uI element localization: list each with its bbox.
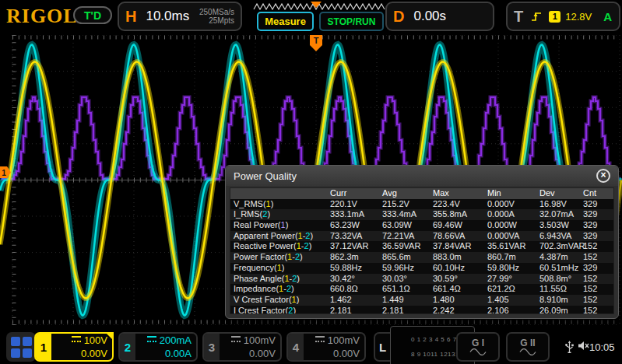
pq-cell: 30.03° [382,274,433,285]
trigger-position-marker[interactable]: T [310,35,322,51]
col-max: Max [433,188,487,199]
pq-cell: 2.181 [330,306,382,314]
generator1-label: G I [472,338,484,348]
table-header-row: Curr Avg Max Min Dev Cnt [230,188,613,199]
dc-coupling-icon [315,336,325,342]
col-min: Min [487,188,539,199]
dc-coupling-icon [231,336,241,342]
pq-cell: 37.12VAR [330,241,382,252]
channel-number: 3 [204,334,220,360]
panel-title: Power Quality [234,170,297,182]
pq-cell: 63.23W [330,220,382,231]
delay-block[interactable]: D 0.00s [385,2,494,31]
pq-cell: 660.8Ω [330,284,382,295]
pq-cell: 152 [583,252,614,263]
speaker-muted-icon[interactable] [578,341,589,351]
col-curr: Curr [330,188,382,199]
channel-box-3[interactable]: 3100mV0.00V [202,332,282,362]
memory-depth: 25Mpts [209,16,234,25]
pq-cell: 60.10Hz [433,263,487,274]
rigol-logo: RIGOL [6,5,78,28]
pq-row: Frequency(1)59.88Hz59.96Hz60.10Hz59.80Hz… [230,263,613,274]
pq-cell: 860.7m [487,252,539,263]
stop-run-button[interactable]: STOP/RUN [319,12,384,31]
pq-cell: 72.21VA [382,231,433,242]
pq-cell: 0.000A [487,209,539,220]
generator2-label: G II [520,338,535,348]
pq-cell: 2.242 [433,306,487,314]
pq-cell: 1.462 [330,295,382,306]
pq-cell: 59.80Hz [487,263,539,274]
measure-button[interactable]: Measure [257,12,314,31]
generator2-box[interactable]: G II [506,332,550,362]
sample-rate: 250MSa/s [199,8,234,16]
pq-row: V Crest Factor(1)1.4621.4491.4801.4058.9… [230,295,613,306]
pq-cell: 152 [583,306,614,314]
pq-cell: 329 [583,231,614,242]
pq-cell: 152 [583,284,614,295]
logic-analyzer-box[interactable]: L 0 1 2 3 4 5 6 7 8 9 1011 12131415 [374,332,455,362]
pq-cell: 329 [583,220,614,231]
pq-cell: 152 [583,274,614,285]
channel-number: 1 [36,334,51,360]
pq-row: Phase Angle(1-2)30.42°30.03°30.59°27.99°… [230,274,613,285]
pq-cell: 78.66VA [433,231,487,242]
channel-offset: 0.00V [249,347,276,360]
pq-cell: 60.51mHz [539,263,583,274]
pq-row: Real Power(1)63.23W63.09W69.46W0.000W3.5… [230,220,613,231]
pq-row-label: Phase Angle(1-2) [234,274,330,285]
pq-cell: 702.3mVAR [539,241,583,252]
trigger-block[interactable]: T 1 12.8V A [506,2,620,31]
delay-label: D [393,8,404,26]
pq-cell: 0.000W [487,220,539,231]
usb-icon [564,341,575,354]
pq-row-label: Impedance(1-2) [234,284,330,295]
menu-grid-icon[interactable] [6,332,36,362]
channel-scale: 100mV [315,334,360,347]
pq-cell: 63.09W [382,220,433,231]
selected-fold-corner [105,332,114,341]
pq-row-label: I_RMS(2) [234,209,330,220]
channel-box-2[interactable]: 2200mA0.00A [118,332,198,362]
horizontal-settings-block[interactable]: H 10.0ms 250MSa/s 25Mpts [118,2,242,31]
pq-cell: 11.55Ω [539,284,583,295]
pq-cell: 1.480 [433,295,487,306]
channel-values: 100mV0.00V [220,334,280,360]
pq-cell: 59.88Hz [330,263,382,274]
channel-box-1[interactable]: 1100V0.00V [34,332,114,362]
pq-cell: 1.405 [487,295,539,306]
channel-offset: 0.00A [165,347,192,360]
close-icon[interactable]: × [596,169,610,183]
top-status-bar: RIGOL T'D H 10.0ms 250MSa/s 25Mpts Measu… [0,0,622,35]
pq-cell: 621.2Ω [487,284,539,295]
logic-label: L [379,341,386,354]
trigger-slope-icon [530,10,543,23]
pq-cell: 35.61VAR [487,241,539,252]
pq-cell: 6.943VA [539,231,583,242]
waveform-preview-ruler[interactable] [253,2,385,11]
pq-cell: 223.4V [433,199,487,210]
pq-cell: 2.106 [487,306,539,314]
channel-values: 100V0.00V [51,334,112,360]
pq-cell: 865.6m [382,252,433,263]
pq-cell: 329 [583,199,614,210]
pq-cell: 59.96Hz [382,263,433,274]
panel-header[interactable]: Power Quality × [226,166,618,186]
pq-row: Power Factor(1-2)862.3m865.6m883.0m860.7… [230,252,613,263]
pq-cell: 508.8m° [539,274,583,285]
pq-cell: 329 [583,263,614,274]
sine-wave-icon [518,348,537,355]
pq-cell: 0.000VA [487,231,539,242]
pq-cell: 1.449 [382,295,433,306]
channel-scale: 100mV [231,334,276,347]
pq-row: Impedance(1-2)660.8Ω651.1Ω661.4Ω621.2Ω11… [230,284,613,295]
pq-cell: 69.46W [433,220,487,231]
channel-box-4[interactable]: 4100mV0.00V [286,332,366,362]
pq-row-label: Apparent Power(1-2) [234,231,330,242]
svg-text:T: T [314,36,319,45]
oscilloscope-screen: RIGOL T'D H 10.0ms 250MSa/s 25Mpts Measu… [0,0,622,364]
channel-scale: 200mA [147,334,192,347]
channel-values: 100mV0.00V [304,334,364,360]
horizontal-label: H [125,8,136,26]
generator1-box[interactable]: G I [456,332,500,362]
